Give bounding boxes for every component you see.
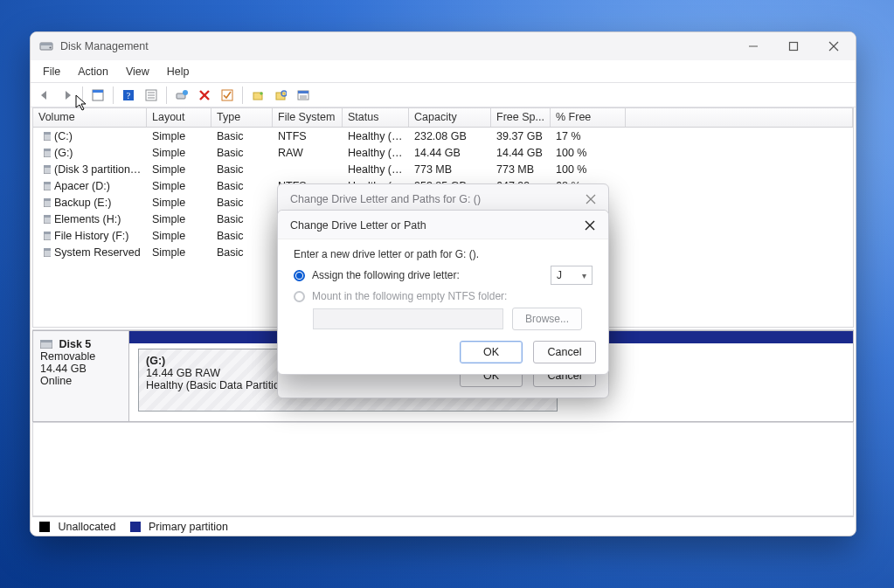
volume-icon <box>38 182 51 190</box>
disk-state: Online <box>40 375 72 387</box>
table-header: Volume Layout Type File System Status Ca… <box>33 108 853 128</box>
svg-point-2 <box>50 47 52 49</box>
drive-letter-select[interactable]: J ▾ <box>551 266 593 285</box>
svg-point-16 <box>183 90 188 95</box>
legend-unallocated: Unallocated <box>39 521 116 533</box>
col-volume[interactable]: Volume <box>33 108 147 127</box>
col-free[interactable]: Free Sp... <box>491 108 551 127</box>
details-icon[interactable] <box>293 86 314 105</box>
delete-icon[interactable] <box>194 86 215 105</box>
svg-rect-19 <box>222 90 232 100</box>
svg-rect-36 <box>44 198 51 201</box>
disk-name: Disk 5 <box>59 338 91 350</box>
dialog-change-letter-cancel-button[interactable]: Cancel <box>533 341 596 363</box>
svg-rect-30 <box>44 149 51 151</box>
svg-rect-32 <box>44 165 51 168</box>
radio-mount-folder[interactable] <box>294 291 305 302</box>
disk-size: 14.44 GB <box>40 363 87 375</box>
minimize-button[interactable] <box>733 32 773 60</box>
svg-rect-24 <box>298 91 308 93</box>
svg-rect-28 <box>44 132 51 135</box>
dialog-prompt: Enter a new drive letter or path for G: … <box>294 248 593 260</box>
col-filesystem[interactable]: File System <box>273 108 343 127</box>
svg-rect-44 <box>40 340 52 342</box>
table-row[interactable]: (C:)SimpleBasicNTFSHealthy (B...232.08 G… <box>33 128 853 144</box>
maximize-button[interactable] <box>773 32 814 60</box>
dialog-change-letter-ok-button[interactable]: OK <box>460 341 523 363</box>
volume-icon <box>38 132 51 141</box>
settings-icon[interactable] <box>171 86 192 105</box>
svg-rect-42 <box>44 248 51 251</box>
radio-mount-folder-label: Mount in the following empty NTFS folder… <box>312 290 507 302</box>
table-row[interactable]: (Disk 3 partition 3)SimpleBasicHealthy (… <box>33 161 853 177</box>
menu-file[interactable]: File <box>36 63 67 80</box>
drive-letter-value: J <box>557 269 562 281</box>
explore-icon[interactable] <box>270 86 291 105</box>
window-title: Disk Management <box>60 40 733 52</box>
check-icon[interactable] <box>217 86 238 105</box>
properties-icon[interactable] <box>87 86 108 105</box>
volume-icon <box>38 165 51 174</box>
disk-kind: Removable <box>40 350 95 363</box>
svg-rect-4 <box>790 43 798 51</box>
svg-rect-34 <box>44 182 51 184</box>
menu-help[interactable]: Help <box>160 63 197 80</box>
svg-rect-8 <box>93 90 103 93</box>
radio-assign-letter-label[interactable]: Assign the following drive letter: <box>312 269 460 281</box>
titlebar: Disk Management <box>31 32 856 60</box>
new-icon[interactable] <box>247 86 268 105</box>
legend-primary: Primary partition <box>130 521 228 533</box>
volume-icon <box>38 215 51 224</box>
dialog-change-letter-close-icon[interactable] <box>584 219 596 232</box>
dialog-change-letter: Change Drive Letter or Path Enter a new … <box>277 210 609 375</box>
col-type[interactable]: Type <box>211 108 273 127</box>
col-spacer <box>626 108 853 127</box>
app-icon <box>39 39 53 53</box>
col-pctfree[interactable]: % Free <box>551 108 626 127</box>
close-button[interactable] <box>814 32 854 60</box>
empty-area <box>32 422 854 516</box>
dialog-change-paths-close-icon[interactable] <box>586 194 596 204</box>
legend-bar: Unallocated Primary partition <box>32 516 854 536</box>
list-view-icon[interactable] <box>141 86 162 105</box>
dialog-change-paths-title: Change Drive Letter and Paths for G: () <box>290 193 481 205</box>
mount-path-input <box>313 308 503 329</box>
volume-icon <box>38 232 51 240</box>
svg-rect-1 <box>40 43 52 45</box>
toolbar: ? <box>31 83 856 107</box>
volume-icon <box>38 248 51 257</box>
svg-rect-40 <box>44 232 51 234</box>
disk-info: Disk 5 Removable 14.44 GB Online <box>32 330 128 422</box>
back-icon[interactable] <box>34 86 55 105</box>
col-layout[interactable]: Layout <box>147 108 211 127</box>
svg-text:?: ? <box>127 91 131 100</box>
menu-view[interactable]: View <box>119 63 156 80</box>
volume-icon <box>38 198 51 207</box>
radio-assign-letter[interactable] <box>294 270 305 281</box>
volume-icon <box>38 149 51 157</box>
chevron-down-icon: ▾ <box>582 271 586 280</box>
table-row[interactable]: (G:)SimpleBasicRAWHealthy (B...14.44 GB1… <box>33 144 853 161</box>
menu-action[interactable]: Action <box>71 63 115 80</box>
dialog-change-letter-title: Change Drive Letter or Path <box>290 219 426 232</box>
help-icon[interactable]: ? <box>118 86 139 105</box>
col-status[interactable]: Status <box>343 108 409 127</box>
svg-rect-38 <box>44 215 51 218</box>
forward-icon[interactable] <box>57 86 78 105</box>
browse-button: Browse... <box>512 308 582 330</box>
disk-icon <box>40 340 52 349</box>
col-capacity[interactable]: Capacity <box>409 108 491 127</box>
menubar: File Action View Help <box>31 60 856 83</box>
